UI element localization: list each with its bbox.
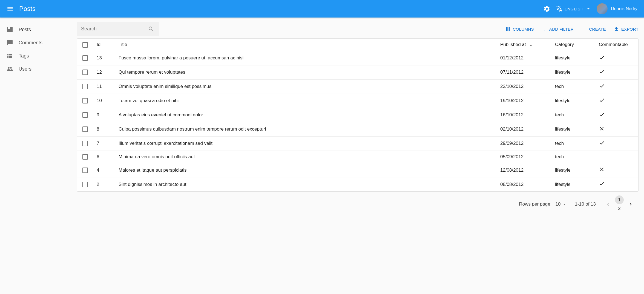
cell-commentable <box>594 108 638 122</box>
sidebar-item-users[interactable]: Users <box>0 62 71 76</box>
cell-published: 07/11/2012 <box>496 65 551 79</box>
cell-title: Culpa possimus quibusdam nostrum enim te… <box>114 122 496 136</box>
chat-icon <box>7 39 13 46</box>
cell-published: 12/08/2012 <box>496 163 551 177</box>
check-icon <box>599 54 605 60</box>
col-header-commentable[interactable]: Commentable <box>594 39 638 51</box>
user-menu[interactable]: Dennis Nedry <box>597 3 637 14</box>
create-button[interactable]: CREATE <box>581 26 606 32</box>
download-icon <box>614 26 619 32</box>
table-row[interactable]: 12Qui tempore rerum et voluptates07/11/2… <box>77 65 638 79</box>
row-checkbox[interactable] <box>82 70 88 75</box>
table-row[interactable]: 11Omnis voluptate enim similique est pos… <box>77 79 638 94</box>
table-row[interactable]: 7Illum veritatis corrupti exercitationem… <box>77 136 638 151</box>
export-button[interactable]: EXPORT <box>614 26 639 32</box>
list-icon <box>7 53 13 59</box>
add-filter-button[interactable]: ADD FILTER <box>542 26 574 32</box>
cell-published: 29/09/2012 <box>496 136 551 151</box>
cell-title: Minima ea vero omnis odit officiis aut <box>114 151 496 163</box>
main-content: COLUMNS ADD FILTER CREATE <box>71 18 644 221</box>
row-checkbox[interactable] <box>82 182 88 187</box>
people-icon <box>7 66 13 72</box>
page-2[interactable]: 2 <box>615 204 624 213</box>
search-box[interactable] <box>77 22 159 36</box>
row-checkbox[interactable] <box>82 126 88 132</box>
columns-icon <box>505 26 511 32</box>
table-row[interactable]: 9A voluptas eius eveniet ut commodi dolo… <box>77 108 638 122</box>
language-switcher[interactable]: ENGLISH <box>556 5 591 12</box>
col-header-published[interactable]: Published at <box>496 39 551 51</box>
row-checkbox[interactable] <box>82 168 88 173</box>
search-input[interactable] <box>81 26 148 32</box>
filter-icon <box>542 26 547 32</box>
row-checkbox[interactable] <box>82 141 88 146</box>
cell-category: lifestyle <box>551 122 594 136</box>
table-row[interactable]: 4Maiores et itaque aut perspiciatis12/08… <box>77 163 638 177</box>
table-row[interactable]: 8Culpa possimus quibusdam nostrum enim t… <box>77 122 638 136</box>
sidebar-item-label: Tags <box>19 53 29 59</box>
row-checkbox[interactable] <box>82 98 88 103</box>
row-checkbox[interactable] <box>82 154 88 160</box>
table-row[interactable]: 13Fusce massa lorem, pulvinar a posuere … <box>77 51 638 65</box>
col-header-category[interactable]: Category <box>551 39 594 51</box>
sidebar-item-label: Comments <box>19 40 42 46</box>
prev-page[interactable] <box>603 200 612 209</box>
columns-button[interactable]: COLUMNS <box>505 26 534 32</box>
sidebar-item-label: Posts <box>19 27 31 33</box>
menu-icon[interactable] <box>7 5 14 12</box>
row-checkbox[interactable] <box>82 112 88 118</box>
cell-id: 9 <box>92 108 114 122</box>
check-icon <box>599 97 605 103</box>
cell-title: Sint dignissimos in architecto aut <box>114 177 496 192</box>
cell-id: 7 <box>92 136 114 151</box>
search-icon <box>148 26 154 32</box>
cell-id: 4 <box>92 163 114 177</box>
sidebar-item-posts[interactable]: Posts <box>0 23 71 36</box>
page-1[interactable]: 1 <box>615 195 624 204</box>
cell-commentable <box>594 122 638 136</box>
cell-category: lifestyle <box>551 94 594 108</box>
row-checkbox[interactable] <box>82 84 88 89</box>
sidebar-item-tags[interactable]: Tags <box>0 49 71 62</box>
cell-commentable <box>594 79 638 94</box>
cell-published: 01/12/2012 <box>496 51 551 65</box>
cell-id: 6 <box>92 151 114 163</box>
cell-id: 8 <box>92 122 114 136</box>
check-icon <box>599 111 605 117</box>
translate-icon <box>556 5 562 12</box>
cell-category: tech <box>551 79 594 94</box>
cell-id: 13 <box>92 51 114 65</box>
close-icon <box>599 166 605 172</box>
cell-title: Omnis voluptate enim similique est possi… <box>114 79 496 94</box>
col-header-title[interactable]: Title <box>114 39 496 51</box>
user-name: Dennis Nedry <box>611 6 637 11</box>
table-row[interactable]: 2Sint dignissimos in architecto aut08/08… <box>77 177 638 192</box>
sidebar: Posts Comments Tags Users <box>0 18 71 221</box>
cell-category: lifestyle <box>551 163 594 177</box>
cell-category: lifestyle <box>551 177 594 192</box>
rows-per-page-select[interactable]: 10 <box>556 201 567 207</box>
data-table: Id Title Published at Category Commentab… <box>77 38 639 192</box>
cell-commentable <box>594 136 638 151</box>
language-label: ENGLISH <box>565 7 583 11</box>
col-header-id[interactable]: Id <box>92 39 114 51</box>
close-icon <box>599 126 605 132</box>
rows-per-page-label: Rows per page: <box>519 201 551 207</box>
row-checkbox[interactable] <box>82 55 88 61</box>
bookmark-icon <box>7 26 13 33</box>
page-title: Posts <box>19 5 543 13</box>
cell-category: lifestyle <box>551 65 594 79</box>
cell-id: 2 <box>92 177 114 192</box>
cell-title: Illum veritatis corrupti exercitationem … <box>114 136 496 151</box>
cell-published: 22/10/2012 <box>496 79 551 94</box>
cell-category: tech <box>551 108 594 122</box>
table-row[interactable]: 10Totam vel quasi a odio et nihil19/10/2… <box>77 94 638 108</box>
cell-category: lifestyle <box>551 51 594 65</box>
cell-category: tech <box>551 151 594 163</box>
table-row[interactable]: 6Minima ea vero omnis odit officiis aut0… <box>77 151 638 163</box>
sort-desc-icon <box>529 42 534 47</box>
sidebar-item-comments[interactable]: Comments <box>0 36 71 49</box>
select-all-checkbox[interactable] <box>82 42 88 48</box>
settings-icon[interactable] <box>543 5 550 12</box>
next-page[interactable] <box>626 200 635 209</box>
